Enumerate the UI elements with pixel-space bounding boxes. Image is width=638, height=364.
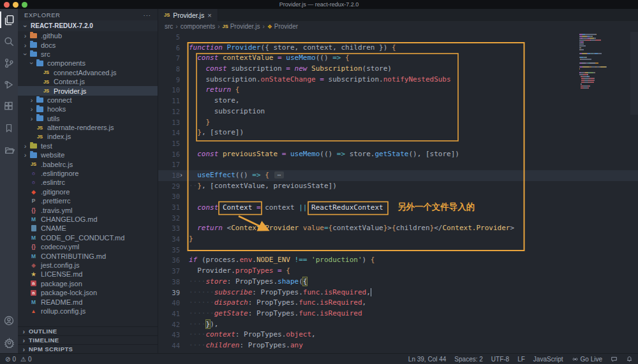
code-line-6[interactable]: 6function Provider({ store, context, chi… — [158, 43, 638, 54]
tree-item-license-md[interactable]: ★LICENSE.md — [18, 270, 158, 279]
project-root-row[interactable]: › REACT-REDUX-7.2.0 — [18, 20, 158, 31]
code-editor[interactable]: 56function Provider({ store, context, ch… — [158, 32, 638, 353]
code-line-12[interactable]: 12 subscription — [158, 106, 638, 117]
code-line-43[interactable]: 43····context: PropTypes.object, — [158, 330, 638, 340]
code-line-10[interactable]: 10 return { — [158, 85, 638, 96]
code-line-39[interactable]: 39······subscribe: PropTypes.func.isRequ… — [158, 288, 638, 298]
code-line-42[interactable]: 42····}), — [158, 319, 638, 330]
extensions-icon[interactable] — [0, 96, 18, 117]
code-line-8[interactable]: 8 const subscription = new Subscription(… — [158, 64, 638, 75]
status-ln-39-col-44[interactable]: Ln 39, Col 44 — [408, 356, 447, 363]
code-line-41[interactable]: 41······getState: PropTypes.func.isRequi… — [158, 309, 638, 319]
line-content: ····store: PropTypes.shape({ — [186, 277, 307, 288]
code-line-32[interactable]: 32 — [158, 213, 638, 224]
section-timeline[interactable]: ›TIMELINE — [18, 335, 158, 344]
explorer-actions-icon[interactable]: ··· — [144, 11, 152, 18]
minimap[interactable] — [579, 32, 616, 89]
breadcrumb-item-provider.js[interactable]: JSProvider.js — [223, 23, 260, 30]
tree-item-index-js[interactable]: JSindex.js — [18, 132, 158, 141]
code-line-18[interactable]: 18› useEffect(() => { ⋯ — [158, 170, 638, 181]
tree-item-changelog-md[interactable]: MCHANGELOG.md — [18, 215, 158, 224]
tree-item-codecov-yml[interactable]: {}codecov.yml — [18, 242, 158, 251]
fold-chevron-icon[interactable]: › — [179, 170, 183, 181]
tree-item-jest-config-js[interactable]: ◈jest.config.js — [18, 261, 158, 270]
breadcrumb-item-src[interactable]: src — [165, 23, 173, 30]
chevron-right-icon: › — [28, 105, 35, 113]
code-line-15[interactable]: 15 — [158, 138, 638, 149]
tree-item--prettierrc[interactable]: P.prettierrc — [18, 196, 158, 205]
tree-item--github[interactable]: ›.github — [18, 31, 158, 40]
breadcrumb-item-components[interactable]: components — [181, 23, 215, 30]
account-icon[interactable] — [0, 310, 18, 331]
tree-item-website[interactable]: ›website — [18, 150, 158, 159]
tab-provider.js[interactable]: JSProvider.js× — [158, 9, 218, 21]
run-debug-icon[interactable] — [0, 74, 18, 96]
js-icon: JS — [41, 69, 51, 75]
code-line-44[interactable]: 44····children: PropTypes.any — [158, 340, 638, 351]
section-outline[interactable]: ›OUTLINE — [18, 326, 158, 335]
tree-item-package-lock-json[interactable]: npackage-lock.json — [18, 288, 158, 297]
tree-item-components[interactable]: ›components — [18, 59, 158, 68]
status-feedback-icon[interactable] — [611, 356, 618, 363]
tree-item-src[interactable]: ›src — [18, 50, 158, 59]
code-line-40[interactable]: 40······dispatch: PropTypes.func.isRequi… — [158, 298, 638, 309]
editor-scrollbar[interactable] — [630, 32, 638, 115]
tree-item-context-js[interactable]: JSContext.js — [18, 77, 158, 86]
status-javascript[interactable]: JavaScript — [533, 356, 563, 363]
code-line-36[interactable]: 36if (process.env.NODE_ENV !== 'producti… — [158, 255, 638, 266]
tree-item--eslintrc[interactable]: ○.eslintrc — [18, 178, 158, 187]
tree-item--gitignore[interactable]: ◆.gitignore — [18, 187, 158, 196]
code-line-29[interactable]: 29··}, [contextValue, previousState]) — [158, 181, 638, 192]
status-go-live[interactable]: Go Live — [572, 356, 602, 363]
status-bell-icon[interactable] — [626, 356, 633, 363]
code-line-17[interactable]: 17 — [158, 159, 638, 170]
tree-item-code_of_conduct-md[interactable]: MCODE_OF_CONDUCT.md — [18, 233, 158, 242]
breadcrumb-item-provider[interactable]: ❖Provider — [267, 23, 298, 30]
status-error-icon[interactable]: ⊘0 — [5, 356, 16, 363]
code-line-35[interactable]: 35 — [158, 245, 638, 256]
code-line-5[interactable]: 5 — [158, 32, 638, 43]
code-line-30[interactable]: 30 — [158, 191, 638, 202]
sidebar-sections: ›OUTLINE›TIMELINE›NPM SCRIPTS — [18, 326, 158, 353]
code-line-7[interactable]: 7 const contextValue = useMemo(() => { — [158, 53, 638, 64]
tree-item-docs[interactable]: ›docs — [18, 40, 158, 49]
tree-item-test[interactable]: ›test — [18, 142, 158, 150]
explorer-icon[interactable] — [0, 9, 18, 31]
tree-item--travis-yml[interactable]: {}.travis.yml — [18, 205, 158, 214]
tree-item-alternate-renderers-js[interactable]: JSalternate-renderers.js — [18, 123, 158, 132]
eslint-icon: ○ — [29, 170, 38, 177]
status-utf-8[interactable]: UTF-8 — [491, 356, 509, 363]
section-npm-scripts[interactable]: ›NPM SCRIPTS — [18, 344, 158, 353]
tree-item-package-json[interactable]: npackage.json — [18, 279, 158, 288]
code-line-38[interactable]: 38····store: PropTypes.shape({ — [158, 277, 638, 288]
code-line-16[interactable]: 16 const previousState = useMemo(() => s… — [158, 149, 638, 160]
tree-item-utils[interactable]: ›utils — [18, 114, 158, 123]
tree-item--babelrc-js[interactable]: JS.babelrc.js — [18, 159, 158, 168]
tree-item-cname[interactable]: CNAME — [18, 224, 158, 233]
bookmarks-icon[interactable] — [0, 117, 18, 139]
tree-item-connectadvanced-js[interactable]: JSconnectAdvanced.js — [18, 68, 158, 77]
code-line-33[interactable]: 33 return <Context.Provider value={conte… — [158, 223, 638, 234]
tree-item-connect[interactable]: ›connect — [18, 96, 158, 105]
tree-item-hooks[interactable]: ›hooks — [18, 105, 158, 113]
source-control-icon[interactable] — [0, 52, 18, 74]
tree-item--eslintignore[interactable]: ○.eslintignore — [18, 169, 158, 178]
code-line-13[interactable]: 13 } — [158, 117, 638, 128]
settings-icon[interactable] — [0, 331, 18, 353]
code-line-37[interactable]: 37 Provider.propTypes = { — [158, 266, 638, 277]
code-line-11[interactable]: 11 store, — [158, 96, 638, 106]
tree-item-contributing-md[interactable]: MCONTRIBUTING.md — [18, 251, 158, 260]
tree-item-rollup-config-js[interactable]: ▲rollup.config.js — [18, 307, 158, 316]
code-line-14[interactable]: 14 }, [store]) — [158, 127, 638, 138]
search-icon[interactable] — [0, 31, 18, 52]
status-warning-icon[interactable]: ⚠0 — [20, 356, 32, 363]
status-spaces-2[interactable]: Spaces: 2 — [454, 356, 482, 363]
code-line-34[interactable]: 34} — [158, 234, 638, 245]
close-icon[interactable]: × — [207, 11, 211, 19]
code-line-9[interactable]: 9 subscription.onStateChange = subscript… — [158, 75, 638, 85]
code-line-31[interactable]: 31 const Context = context || ReactRedux… — [158, 202, 638, 213]
status-lf[interactable]: LF — [517, 356, 525, 363]
tree-item-provider-js[interactable]: JSProvider.js — [18, 86, 158, 95]
tree-item-readme-md[interactable]: MREADME.md — [18, 297, 158, 306]
project-manager-icon[interactable] — [0, 139, 18, 161]
